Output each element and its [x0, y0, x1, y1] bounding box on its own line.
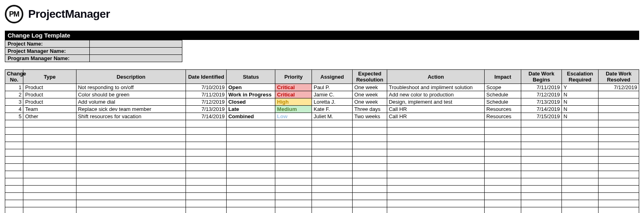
cell-type[interactable]: Product — [23, 91, 76, 98]
empty-cell[interactable] — [76, 157, 186, 164]
empty-cell[interactable] — [275, 207, 312, 213]
empty-cell[interactable] — [275, 164, 312, 171]
empty-cell[interactable] — [353, 178, 387, 186]
empty-cell[interactable] — [312, 207, 353, 213]
empty-cell[interactable] — [598, 164, 639, 171]
empty-cell[interactable] — [76, 164, 186, 171]
empty-cell[interactable] — [23, 186, 76, 193]
cell-type[interactable]: Other — [23, 113, 76, 120]
empty-cell[interactable] — [562, 164, 599, 171]
empty-cell[interactable] — [227, 171, 275, 178]
empty-cell[interactable] — [76, 120, 186, 127]
empty-cell[interactable] — [485, 193, 521, 200]
empty-cell[interactable] — [387, 157, 484, 164]
empty-cell[interactable] — [485, 120, 521, 127]
empty-cell[interactable] — [76, 193, 186, 200]
empty-cell[interactable] — [353, 186, 387, 193]
empty-cell[interactable] — [353, 127, 387, 135]
cell-expected-res[interactable]: One week — [353, 91, 387, 98]
empty-cell[interactable] — [521, 142, 562, 149]
empty-cell[interactable] — [275, 178, 312, 186]
empty-cell[interactable] — [76, 186, 186, 193]
cell-type[interactable]: Team — [23, 106, 76, 113]
cell-action[interactable]: Troubleshoot and impliment solution — [387, 84, 484, 91]
cell-description[interactable]: Shift resources for vacation — [76, 113, 186, 120]
empty-cell[interactable] — [186, 193, 227, 200]
empty-cell[interactable] — [485, 149, 521, 157]
empty-cell[interactable] — [485, 135, 521, 142]
empty-cell[interactable] — [186, 178, 227, 186]
empty-cell[interactable] — [76, 171, 186, 178]
cell-date-work-resolved[interactable] — [598, 106, 639, 113]
empty-cell[interactable] — [5, 186, 23, 193]
empty-cell[interactable] — [353, 207, 387, 213]
cell-action[interactable]: Add new color to production — [387, 91, 484, 98]
cell-date-identified[interactable]: 7/10/2019 — [186, 84, 227, 91]
empty-cell[interactable] — [562, 149, 599, 157]
empty-cell[interactable] — [23, 171, 76, 178]
empty-cell[interactable] — [312, 186, 353, 193]
empty-cell[interactable] — [562, 120, 599, 127]
empty-cell[interactable] — [76, 149, 186, 157]
empty-cell[interactable] — [5, 178, 23, 186]
table-row[interactable] — [5, 127, 639, 135]
empty-cell[interactable] — [5, 164, 23, 171]
empty-cell[interactable] — [521, 127, 562, 135]
empty-cell[interactable] — [76, 127, 186, 135]
empty-cell[interactable] — [598, 127, 639, 135]
empty-cell[interactable] — [598, 120, 639, 127]
empty-cell[interactable] — [562, 135, 599, 142]
empty-cell[interactable] — [387, 186, 484, 193]
empty-cell[interactable] — [5, 207, 23, 213]
empty-cell[interactable] — [485, 127, 521, 135]
empty-cell[interactable] — [23, 120, 76, 127]
empty-cell[interactable] — [387, 193, 484, 200]
empty-cell[interactable] — [227, 207, 275, 213]
cell-impact[interactable]: Resources — [485, 113, 521, 120]
cell-date-work-begins[interactable]: 7/14/2019 — [521, 106, 562, 113]
empty-cell[interactable] — [275, 135, 312, 142]
empty-cell[interactable] — [5, 157, 23, 164]
cell-date-work-begins[interactable]: 7/15/2019 — [521, 113, 562, 120]
cell-date-work-begins[interactable]: 7/12/2019 — [521, 91, 562, 98]
cell-date-work-resolved[interactable] — [598, 91, 639, 98]
cell-expected-res[interactable]: Two weeks — [353, 113, 387, 120]
empty-cell[interactable] — [186, 164, 227, 171]
empty-cell[interactable] — [521, 120, 562, 127]
empty-cell[interactable] — [485, 164, 521, 171]
empty-cell[interactable] — [186, 171, 227, 178]
cell-date-work-begins[interactable]: 7/13/2019 — [521, 98, 562, 106]
cell-description[interactable]: Add volume dial — [76, 98, 186, 106]
table-row[interactable] — [5, 149, 639, 157]
empty-cell[interactable] — [186, 157, 227, 164]
empty-cell[interactable] — [312, 157, 353, 164]
cell-priority[interactable]: Low — [275, 113, 312, 120]
empty-cell[interactable] — [5, 149, 23, 157]
empty-cell[interactable] — [485, 207, 521, 213]
cell-impact[interactable]: Resources — [485, 106, 521, 113]
empty-cell[interactable] — [23, 193, 76, 200]
cell-priority[interactable]: Critical — [275, 91, 312, 98]
cell-change-no[interactable]: 1 — [5, 84, 23, 91]
cell-escalation[interactable]: N — [562, 98, 599, 106]
empty-cell[interactable] — [186, 127, 227, 135]
cell-assigned[interactable]: Paul P. — [312, 84, 353, 91]
table-row[interactable] — [5, 186, 639, 193]
cell-description[interactable]: Replace sick dev team member — [76, 106, 186, 113]
empty-cell[interactable] — [598, 135, 639, 142]
empty-cell[interactable] — [521, 164, 562, 171]
empty-cell[interactable] — [387, 135, 484, 142]
cell-priority[interactable]: Critical — [275, 84, 312, 91]
empty-cell[interactable] — [353, 157, 387, 164]
empty-cell[interactable] — [562, 127, 599, 135]
cell-priority[interactable]: Medium — [275, 106, 312, 113]
cell-impact[interactable]: Schedule — [485, 91, 521, 98]
empty-cell[interactable] — [275, 171, 312, 178]
empty-cell[interactable] — [562, 142, 599, 149]
cell-date-identified[interactable]: 7/11/2019 — [186, 91, 227, 98]
empty-cell[interactable] — [186, 142, 227, 149]
cell-impact[interactable]: Schedule — [485, 98, 521, 106]
empty-cell[interactable] — [353, 164, 387, 171]
empty-cell[interactable] — [186, 186, 227, 193]
empty-cell[interactable] — [5, 142, 23, 149]
